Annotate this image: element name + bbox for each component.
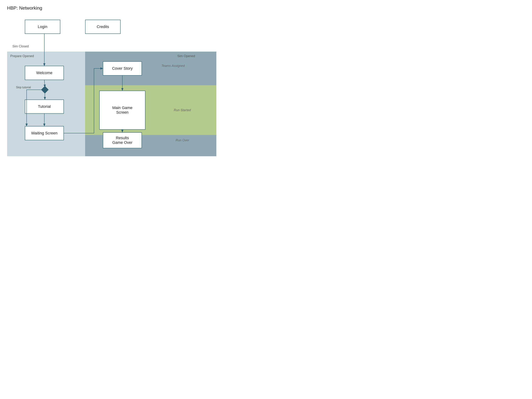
skip-tutorial-label: Skip tutorial [16, 86, 31, 89]
welcome-node: Welcome [25, 66, 64, 80]
prepare-opened-label: Prepare Opened [10, 54, 34, 58]
diagram-area: Prepare Opened Sim Opened Teams Assigned… [7, 16, 216, 162]
sim-opened-label: Sim Opened [177, 54, 195, 58]
waiting-screen-node: Waiting Screen [25, 126, 64, 140]
login-node: Login [25, 20, 60, 34]
tutorial-node: Tutorial [25, 100, 64, 114]
run-over-label: Run Over [176, 139, 189, 142]
results-node: Results Game Over [103, 132, 142, 148]
run-started-label: Run Started [174, 108, 191, 112]
credits-node: Credits [85, 20, 120, 34]
cover-story-node: Cover Story [103, 61, 142, 76]
page-title: HBP: Networking [7, 5, 218, 11]
teams-assigned-label: Teams Assigned [161, 64, 185, 68]
main-game-node: Main Game Screen [99, 91, 146, 130]
sim-closed-label: Sim Closed [13, 44, 29, 48]
